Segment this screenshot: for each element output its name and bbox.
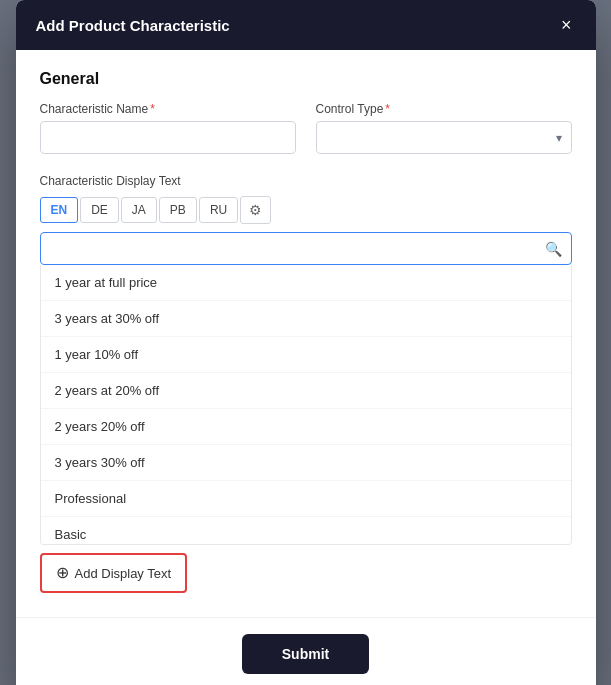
list-item[interactable]: 1 year 10% off [41, 337, 571, 373]
close-button[interactable]: × [557, 14, 576, 36]
characteristic-name-group: Characteristic Name* [40, 102, 296, 154]
list-item[interactable]: Professional [41, 481, 571, 517]
list-item[interactable]: 2 years 20% off [41, 409, 571, 445]
tab-de[interactable]: DE [80, 197, 119, 223]
display-text-section: Characteristic Display Text EN DE JA PB … [40, 174, 572, 593]
required-star-type: * [385, 102, 390, 116]
plus-circle-icon: ⊕ [56, 565, 69, 581]
add-display-text-button[interactable]: ⊕ Add Display Text [40, 553, 188, 593]
control-type-select[interactable] [316, 121, 572, 154]
gear-icon[interactable]: ⚙ [240, 196, 271, 224]
control-type-label: Control Type* [316, 102, 572, 116]
general-section-title: General [40, 70, 572, 88]
list-item[interactable]: 2 years at 20% off [41, 373, 571, 409]
tab-ja[interactable]: JA [121, 197, 157, 223]
control-type-group: Control Type* ▾ [316, 102, 572, 154]
modal-footer: Submit [16, 617, 596, 685]
modal-header: Add Product Characteristic × [16, 0, 596, 50]
characteristic-name-input[interactable] [40, 121, 296, 154]
characteristic-name-label: Characteristic Name* [40, 102, 296, 116]
tab-en[interactable]: EN [40, 197, 79, 223]
lang-tabs: EN DE JA PB RU ⚙ [40, 196, 572, 224]
tab-ru[interactable]: RU [199, 197, 238, 223]
form-row-main: Characteristic Name* Control Type* ▾ [40, 102, 572, 154]
list-item[interactable]: Basic [41, 517, 571, 545]
search-box-wrapper: 🔍 [40, 232, 572, 265]
modal-title: Add Product Characteristic [36, 17, 230, 34]
modal-dialog: Add Product Characteristic × General Cha… [16, 0, 596, 685]
dropdown-list: 1 year at full price 3 years at 30% off … [40, 265, 572, 545]
list-item[interactable]: 3 years 30% off [41, 445, 571, 481]
list-item[interactable]: 3 years at 30% off [41, 301, 571, 337]
submit-button[interactable]: Submit [242, 634, 369, 674]
modal-overlay: Add Product Characteristic × General Cha… [0, 0, 611, 685]
control-type-select-wrapper: ▾ [316, 121, 572, 154]
tab-pb[interactable]: PB [159, 197, 197, 223]
modal-body: General Characteristic Name* Control Typ… [16, 50, 596, 617]
display-text-label: Characteristic Display Text [40, 174, 572, 188]
list-item[interactable]: 1 year at full price [41, 265, 571, 301]
required-star-name: * [150, 102, 155, 116]
search-input[interactable] [40, 232, 572, 265]
